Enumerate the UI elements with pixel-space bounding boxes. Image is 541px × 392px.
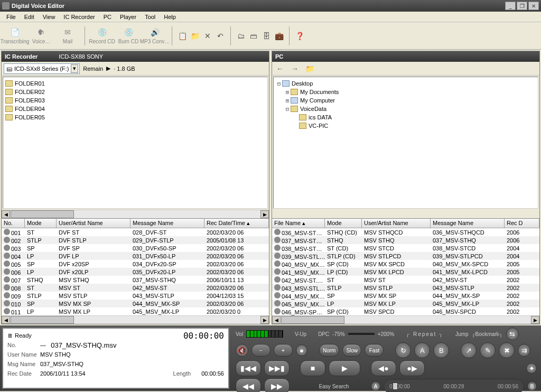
- undo-icon[interactable]: ↶: [214, 30, 226, 42]
- table-row[interactable]: 043_MSV-STL…STLPMSV STLP043_MSV-STLP2002: [272, 284, 539, 292]
- play-button[interactable]: ▶: [329, 360, 360, 376]
- ic-grid-scrollbar[interactable]: ◀▶: [2, 315, 269, 324]
- scroll-left-icon[interactable]: ◀: [2, 210, 10, 218]
- table-row[interactable]: 036_MSV-ST…STHQ (CD)MSV STHQCD036_MSV-ST…: [272, 228, 539, 236]
- tree-item-desktop[interactable]: ⊟Desktop: [276, 79, 536, 88]
- col-mode[interactable]: Mode: [325, 219, 362, 228]
- pc-grid-scrollbar[interactable]: ◀▶: [272, 315, 539, 324]
- table-row[interactable]: 044_MSV_MX…SPMSV MX SP044_MSV_MX-SP2002: [272, 292, 539, 300]
- mp3-button[interactable]: 🔊MP3 Conv…: [142, 24, 167, 48]
- vup-toggle[interactable]: ●: [296, 344, 307, 356]
- folder-item[interactable]: FOLDER04: [5, 105, 265, 113]
- folder-item[interactable]: FOLDER01: [5, 79, 265, 88]
- pc-tree[interactable]: ⊟Desktop ⊞My Documents ⊞My Computer ⊟Voi…: [273, 77, 538, 209]
- table-row[interactable]: 046_MSV-SP…SP (CD)MSV SPCD046_MSV-SPCD20…: [272, 307, 539, 315]
- table-row[interactable]: 045_MSV_MX…LPMSV MX LP045_MSV_MX-LP2002: [272, 300, 539, 307]
- tool3-icon[interactable]: 🗄: [260, 30, 272, 42]
- b-button[interactable]: B: [433, 342, 449, 358]
- table-row[interactable]: 004LPDVF LP031_DVFx50-LP2002/03/20 06: [2, 252, 269, 260]
- scroll-right-icon[interactable]: ▶: [260, 210, 269, 218]
- col-filename[interactable]: File Name ▴: [272, 219, 325, 228]
- scroll-right-icon[interactable]: ▶: [531, 316, 539, 324]
- mute-button[interactable]: 🔇: [236, 344, 248, 357]
- jump-button[interactable]: ↗: [461, 342, 477, 358]
- mode1-button[interactable]: ⇆: [506, 328, 519, 340]
- expand-icon[interactable]: ⊞: [284, 89, 291, 96]
- table-row[interactable]: 006LPDVF x20LP035_DVFx20-LP2002/03/20 06: [2, 268, 269, 276]
- a-marker[interactable]: A: [371, 381, 380, 391]
- transcribing-button[interactable]: 📄Transcribing: [2, 24, 27, 48]
- scroll-thumb[interactable]: [11, 316, 74, 324]
- bookmark-add-button[interactable]: ✎: [480, 342, 496, 358]
- mode2-button[interactable]: ⇉: [518, 344, 530, 357]
- norm-button[interactable]: Norm: [319, 344, 339, 357]
- expand-icon[interactable]: ⊞: [284, 97, 291, 104]
- nav-up-icon[interactable]: 📁: [304, 63, 315, 74]
- voice-button[interactable]: 🗣Voice…: [29, 24, 54, 48]
- vol-up-button[interactable]: +: [274, 344, 293, 357]
- tool2-icon[interactable]: 🗃: [248, 30, 259, 42]
- menu-pc[interactable]: PC: [99, 13, 116, 21]
- table-row[interactable]: 041_MSV_MX…LP (CD)MSV MX LPCD041_MSV_MX-…: [272, 268, 539, 276]
- tree-item[interactable]: VC-PIC: [276, 122, 536, 130]
- slow-button[interactable]: Slow: [342, 344, 361, 357]
- nav-back-icon[interactable]: ←: [274, 63, 286, 74]
- device-selector[interactable]: 🖴 ICD-SXx8 Series (F:) ▾: [4, 63, 80, 74]
- tool1-icon[interactable]: 🗂: [235, 30, 247, 42]
- bookmark-clear-button[interactable]: ✖: [499, 342, 515, 358]
- table-row[interactable]: 001STDVF ST028_DVF-ST2002/03/20 06: [2, 228, 269, 236]
- menu-help[interactable]: Help: [160, 13, 180, 21]
- col-msg[interactable]: Message Name: [130, 219, 204, 228]
- rewind-button[interactable]: ◀◀: [236, 378, 261, 392]
- minimize-button[interactable]: _: [505, 2, 516, 10]
- menu-player[interactable]: Player: [116, 13, 141, 21]
- b-marker[interactable]: B: [527, 381, 537, 391]
- prev-track-button[interactable]: ▮◀◀: [236, 360, 261, 376]
- marker-button[interactable]: ✦: [526, 363, 537, 374]
- burn-cd-button[interactable]: 💿Burn CD: [116, 24, 141, 48]
- col-msg[interactable]: Message Name: [431, 219, 505, 228]
- col-user[interactable]: User/Artist Name: [362, 219, 431, 228]
- nav-forward-icon[interactable]: →: [289, 63, 301, 74]
- table-row[interactable]: 005SPDVF x20SP034_DVFx20-SP2002/03/20 06: [2, 260, 269, 268]
- menu-view[interactable]: View: [39, 13, 60, 21]
- scroll-thumb[interactable]: [281, 316, 344, 324]
- table-row[interactable]: 040_MSV_MX…SP (CD)MSV MX SPCD040_MSV_MX-…: [272, 260, 539, 268]
- col-rec[interactable]: Rec D: [505, 219, 539, 228]
- vol-down-button[interactable]: −: [251, 344, 270, 357]
- table-row[interactable]: 010SPMSV MX SP044_MSV_MX-SP2002/03/20 06: [2, 300, 269, 307]
- a-button[interactable]: A: [414, 342, 430, 358]
- fast-forward-button[interactable]: ▶▶: [264, 378, 290, 392]
- table-row[interactable]: 007STHQMSV STHQ037_MSV-STHQ2006/10/11 13: [2, 276, 269, 284]
- tree-item[interactable]: ⊞My Computer: [276, 96, 536, 105]
- menu-tool[interactable]: Tool: [141, 13, 160, 21]
- table-row[interactable]: 011LPMSV MX LP045_MSV_MX-LP2002/03/20 0: [2, 307, 269, 315]
- table-row[interactable]: 039_MSV-STL…STLP (CD)MSV STLPCD039_MSV-S…: [272, 252, 539, 260]
- col-no[interactable]: No.: [2, 219, 25, 228]
- tree-item[interactable]: ics DATA: [276, 113, 536, 122]
- tree-item-voicedata[interactable]: ⊟VoiceData: [276, 105, 536, 113]
- next-track-button[interactable]: ▶▶▮: [264, 360, 290, 376]
- ic-grid-body[interactable]: 001STDVF ST028_DVF-ST2002/03/20 06002STL…: [2, 228, 269, 315]
- maximize-button[interactable]: ❐: [517, 2, 527, 10]
- timeline-knob[interactable]: [393, 382, 398, 390]
- paste-icon[interactable]: 📁: [189, 30, 201, 42]
- timeline-slider[interactable]: 00:00:00 00:00:28 00:00:56: [384, 379, 524, 392]
- col-user[interactable]: User/Artist Name: [57, 219, 130, 228]
- easy-fwd-button[interactable]: ●▶: [399, 360, 425, 376]
- table-row[interactable]: 008STMSV ST042_MSV-ST2002/03/20 06: [2, 284, 269, 292]
- menu-edit[interactable]: Edit: [20, 13, 39, 21]
- scroll-thumb[interactable]: [11, 210, 74, 218]
- help-icon[interactable]: ❓: [294, 30, 305, 42]
- ic-folder-list[interactable]: FOLDER01 FOLDER02 FOLDER03 FOLDER04 FOLD…: [3, 77, 268, 209]
- play-small-icon[interactable]: ▶: [106, 65, 110, 72]
- pc-grid-body[interactable]: 036_MSV-ST…STHQ (CD)MSV STHQCD036_MSV-ST…: [272, 228, 539, 315]
- collapse-icon[interactable]: ⊟: [284, 106, 291, 113]
- table-row[interactable]: 009STLPMSV STLP043_MSV-STLP2004/12/03 15: [2, 292, 269, 300]
- col-mode[interactable]: Mode: [25, 219, 57, 228]
- scroll-left-icon[interactable]: ◀: [2, 316, 10, 324]
- copy-icon[interactable]: 📋: [176, 30, 188, 42]
- table-row[interactable]: 037_MSV-ST…STHQMSV STHQ037_MSV-STHQ2006: [272, 236, 539, 244]
- table-row[interactable]: 038_MSV-ST…ST (CD)MSV STCD038_MSV-STCD20…: [272, 244, 539, 252]
- folder-item[interactable]: FOLDER05: [5, 113, 265, 122]
